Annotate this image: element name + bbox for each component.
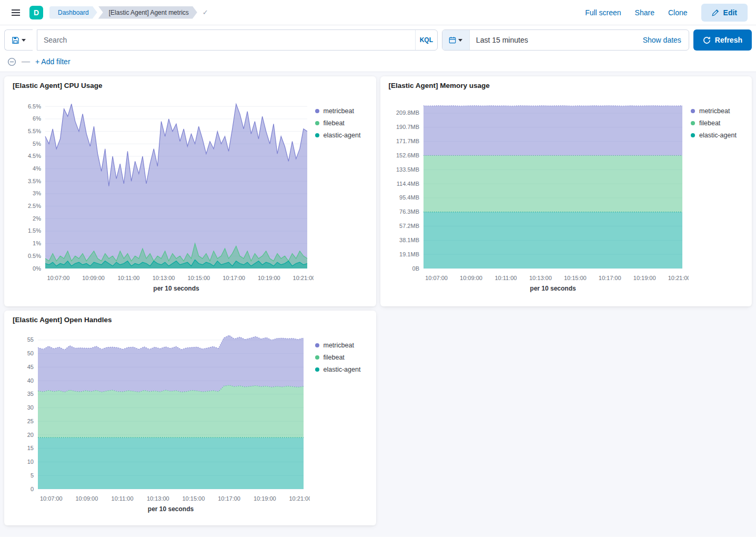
legend-dot-icon <box>691 109 695 113</box>
chart-legend: metricbeatfilebeatelastic-agent <box>315 327 368 517</box>
breadcrumb-dashboard[interactable]: Dashboard <box>49 6 97 19</box>
legend-item-elastic-agent[interactable]: elastic-agent <box>315 132 366 139</box>
svg-text:133.5MB: 133.5MB <box>396 166 419 173</box>
legend-label: filebeat <box>324 119 345 127</box>
legend-label: metricbeat <box>324 342 354 349</box>
show-dates-link[interactable]: Show dates <box>643 36 689 44</box>
kql-language-button[interactable]: KQL <box>415 30 437 50</box>
chevron-down-icon <box>22 39 26 42</box>
legend-item-filebeat[interactable]: filebeat <box>315 354 366 361</box>
svg-text:10:11:00: 10:11:00 <box>112 495 134 502</box>
time-range-value[interactable]: Last 15 minutes <box>470 36 643 44</box>
legend-label: elastic-agent <box>324 132 361 139</box>
legend-item-elastic-agent[interactable]: elastic-agent <box>315 366 366 373</box>
svg-text:10:09:00: 10:09:00 <box>82 275 105 281</box>
dashboard-app-badge: D <box>29 6 43 19</box>
clone-link[interactable]: Clone <box>668 8 688 17</box>
svg-text:4.5%: 4.5% <box>28 153 41 159</box>
legend-item-elastic-agent[interactable]: elastic-agent <box>691 132 741 139</box>
share-link[interactable]: Share <box>635 8 654 17</box>
svg-text:76.3MB: 76.3MB <box>399 208 419 215</box>
breadcrumb: Dashboard [Elastic Agent] Agent metrics … <box>49 6 208 19</box>
svg-text:10:13:00: 10:13:00 <box>153 275 175 281</box>
top-header: D Dashboard [Elastic Agent] Agent metric… <box>0 0 756 25</box>
legend-item-filebeat[interactable]: filebeat <box>315 119 366 127</box>
svg-text:10:19:00: 10:19:00 <box>633 275 656 281</box>
svg-text:10:07:00: 10:07:00 <box>47 275 69 281</box>
search-input[interactable] <box>37 30 415 50</box>
panel-open-handles: [Elastic Agent] Open Handles 05101520253… <box>4 311 376 525</box>
saved-query-menu-button[interactable] <box>4 29 33 51</box>
legend-label: metricbeat <box>324 107 354 115</box>
chart-open-handles: 051015202530354045505510:07:0010:09:0010… <box>13 327 310 517</box>
svg-text:4%: 4% <box>33 165 41 172</box>
svg-text:6.5%: 6.5% <box>28 103 41 109</box>
svg-text:5.5%: 5.5% <box>28 128 41 134</box>
legend-label: elastic-agent <box>324 366 361 373</box>
svg-text:10:09:00: 10:09:00 <box>460 275 482 281</box>
breadcrumb-current-page: [Elastic Agent] Agent metrics <box>98 6 197 19</box>
svg-text:15: 15 <box>27 445 34 451</box>
svg-text:10:07:00: 10:07:00 <box>40 495 63 502</box>
legend-label: elastic-agent <box>699 132 737 139</box>
calendar-icon <box>449 36 456 44</box>
chart-memory-usage: 0B19.1MB38.1MB57.2MB76.3MB95.4MB114.4MB1… <box>389 93 689 297</box>
legend-item-filebeat[interactable]: filebeat <box>691 119 741 127</box>
svg-text:per 10 seconds: per 10 seconds <box>530 285 576 292</box>
svg-text:10: 10 <box>27 459 34 465</box>
panel-title: [Elastic Agent] Open Handles <box>13 315 368 327</box>
panel-title: [Elastic Agent] CPU Usage <box>13 81 368 93</box>
svg-text:10:15:00: 10:15:00 <box>187 275 210 281</box>
svg-text:10:17:00: 10:17:00 <box>223 275 245 281</box>
panel-cpu-usage: [Elastic Agent] CPU Usage 0%0.5%1%1.5%2%… <box>4 76 376 306</box>
dashboard-content: [Elastic Agent] CPU Usage 0%0.5%1%1.5%2%… <box>0 72 756 537</box>
menu-toggle-button[interactable] <box>8 5 23 20</box>
chart-legend: metricbeatfilebeatelastic-agent <box>691 93 743 297</box>
refresh-button[interactable]: Refresh <box>693 29 752 51</box>
filter-options-button[interactable] <box>7 57 16 66</box>
date-quick-select-button[interactable] <box>442 30 470 50</box>
legend-label: filebeat <box>699 119 720 127</box>
svg-text:10:19:00: 10:19:00 <box>258 275 280 281</box>
legend-label: metricbeat <box>699 107 730 115</box>
svg-text:10:13:00: 10:13:00 <box>147 495 169 502</box>
legend-dot-icon <box>315 133 319 137</box>
chevron-down-icon <box>458 39 462 42</box>
svg-text:35: 35 <box>27 391 34 397</box>
edit-button-label: Edit <box>723 8 737 17</box>
refresh-icon <box>703 36 711 44</box>
svg-text:152.6MB: 152.6MB <box>396 152 419 158</box>
svg-text:10:15:00: 10:15:00 <box>182 495 205 502</box>
svg-text:10:13:00: 10:13:00 <box>529 275 551 281</box>
svg-text:95.4MB: 95.4MB <box>399 194 419 201</box>
query-bar: KQL Last 15 minutes Show dates Refresh <box>0 25 756 55</box>
svg-text:5: 5 <box>31 472 34 479</box>
svg-text:10:09:00: 10:09:00 <box>75 495 98 502</box>
legend-dot-icon <box>691 121 695 125</box>
save-icon <box>12 36 19 44</box>
panel-memory-usage: [Elastic Agent] Memory usage 0B19.1MB38.… <box>380 76 752 306</box>
svg-text:0.5%: 0.5% <box>28 253 41 259</box>
legend-dot-icon <box>315 367 319 372</box>
saved-check-icon: ✓ <box>203 8 208 16</box>
svg-text:57.2MB: 57.2MB <box>399 223 419 229</box>
date-picker: Last 15 minutes Show dates <box>442 29 689 51</box>
legend-label: filebeat <box>324 354 345 361</box>
svg-text:0%: 0% <box>33 265 41 272</box>
legend-item-metricbeat[interactable]: metricbeat <box>315 342 366 349</box>
svg-text:45: 45 <box>27 364 34 370</box>
edit-button[interactable]: Edit <box>701 4 748 22</box>
svg-text:20: 20 <box>27 432 34 438</box>
svg-text:10:15:00: 10:15:00 <box>563 275 586 281</box>
legend-dot-icon <box>315 355 319 360</box>
full-screen-link[interactable]: Full screen <box>585 8 621 17</box>
svg-text:per 10 seconds: per 10 seconds <box>148 505 194 513</box>
legend-item-metricbeat[interactable]: metricbeat <box>691 107 741 115</box>
svg-text:10:21:00: 10:21:00 <box>293 275 314 281</box>
legend-dot-icon <box>315 121 319 125</box>
add-filter-link[interactable]: + Add filter <box>35 57 70 66</box>
legend-item-metricbeat[interactable]: metricbeat <box>315 107 366 115</box>
chart-legend: metricbeatfilebeatelastic-agent <box>315 93 368 297</box>
svg-text:5%: 5% <box>33 141 41 147</box>
hamburger-icon <box>12 12 20 13</box>
